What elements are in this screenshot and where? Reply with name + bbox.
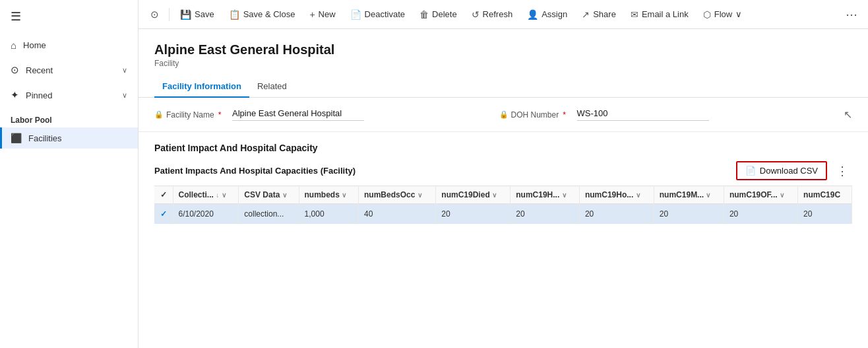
download-csv-icon: 📄 [745,166,756,176]
save-close-label: Save & Close [243,9,295,19]
filter-icon[interactable]: ∨ [780,191,784,199]
cell-numbedsOcc: 40 [358,204,435,225]
column-header-numbedsOcc[interactable]: numBedsOcc ∨ [358,186,435,204]
column-header-numbeds[interactable]: numbeds ∨ [299,186,358,204]
sidebar-item-home[interactable]: ⌂ Home [0,33,138,57]
column-header-numC19H[interactable]: numC19H... ∨ [511,186,580,204]
assign-button[interactable]: 👤 Assign [520,5,574,24]
email-icon: ✉ [631,9,638,20]
flow-label: Flow [714,9,732,19]
download-csv-button[interactable]: 📄 Download CSV [736,161,827,180]
content-area: Alpine East General Hospital Facility Fa… [139,29,868,348]
cell-numC19Died: 20 [436,204,511,225]
doh-number-value[interactable]: WS-100 [577,108,709,121]
main-content: ⊙ 💾 Save 📋 Save & Close + New 📄 Deactiva… [139,0,868,348]
share-button[interactable]: ↗ Share [575,5,623,24]
cell-numC19M: 20 [654,204,724,225]
column-header-check: ✓ [154,186,173,204]
flow-button[interactable]: ⬡ Flow ∨ [697,5,749,24]
column-header-numC19Ho[interactable]: numC19Ho... ∨ [579,186,654,204]
subgrid-more-button[interactable]: ⋮ [832,162,852,180]
delete-label: Delete [432,9,457,19]
sidebar-item-recent[interactable]: ⊙ Recent ∨ [0,57,138,83]
cell-numC19c: 20 [798,204,852,225]
cell-numC19OF: 20 [724,204,797,225]
lock-icon: 🔒 [499,110,509,119]
filter-icon[interactable]: ∨ [492,191,497,199]
assign-icon: 👤 [527,9,538,20]
sidebar-item-label: Pinned [26,90,52,100]
toolbar: ⊙ 💾 Save 📋 Save & Close + New 📄 Deactiva… [139,0,868,29]
email-link-button[interactable]: ✉ Email a Link [624,5,695,24]
filter-icon[interactable]: ∨ [342,191,346,199]
filter-icon[interactable]: ∨ [706,191,710,199]
hamburger-icon: ☰ [11,10,21,23]
sidebar-section-header: Labor Pool [0,108,138,127]
sidebar-item-facilities[interactable]: ⬛ Facilities [0,127,138,149]
home-icon: ⌂ [11,40,16,51]
assign-label: Assign [542,9,567,19]
cell-csv-data: collection... [239,204,299,225]
deactivate-button[interactable]: 📄 Deactivate [344,5,412,24]
pin-icon: ✦ [11,89,19,101]
facility-name-field: 🔒 Facility Name * Alpine East General Ho… [154,108,478,121]
sort-icon[interactable]: ↓ [216,191,219,199]
save-button[interactable]: 💾 Save [173,5,221,24]
filter-icon[interactable]: ∨ [222,191,226,199]
filter-icon[interactable]: ∨ [418,191,422,199]
column-header-csv-data[interactable]: CSV Data ∨ [239,186,299,204]
row-check[interactable]: ✓ [154,204,173,225]
required-indicator: * [563,110,566,120]
tabs-container: Facility Information Related [139,68,868,98]
toolbar-more-button[interactable]: ⋯ [840,5,863,24]
lock-icon: 🔒 [154,110,164,119]
sidebar-item-pinned[interactable]: ✦ Pinned ∨ [0,83,138,108]
filter-icon[interactable]: ∨ [636,191,640,199]
subgrid-actions: 📄 Download CSV ⋮ [736,161,852,180]
subgrid-table-title: Patient Impacts And Hospital Capacities … [154,166,356,176]
share-icon: ↗ [582,9,590,20]
facilities-icon: ⬛ [11,133,22,143]
sidebar: ☰ ⌂ Home ⊙ Recent ∨ ✦ Pinned ∨ Labor Poo… [0,0,139,348]
save-close-icon: 📋 [229,9,240,20]
refresh-label: Refresh [483,9,513,19]
table-row[interactable]: ✓ 6/10/2020 collection... 1,000 40 20 20… [154,204,852,225]
record-subtitle: Facility [154,59,852,68]
new-button[interactable]: + New [303,5,342,24]
filter-icon[interactable]: ∨ [282,191,287,199]
column-header-numC19OF[interactable]: numC19OF... ∨ [724,186,797,204]
deactivate-icon: 📄 [350,9,361,20]
hamburger-menu[interactable]: ☰ [0,0,138,33]
column-header-numC19Died[interactable]: numC19Died ∨ [436,186,511,204]
delete-button[interactable]: 🗑 Delete [413,5,464,24]
sidebar-item-label: Facilities [28,133,62,143]
flow-icon: ⬡ [703,9,711,20]
deactivate-label: Deactivate [365,9,405,19]
save-close-button[interactable]: 📋 Save & Close [222,5,302,24]
doh-number-field: 🔒 DOH Number * WS-100 [499,108,823,121]
filter-icon[interactable]: ∨ [562,191,567,199]
column-header-numC19M[interactable]: numC19M... ∨ [654,186,724,204]
download-csv-label: Download CSV [760,166,818,176]
cell-collection-date: 6/10/2020 [173,204,239,225]
column-header-numC19c[interactable]: numC19C [798,186,852,204]
data-table: ✓ Collecti... ↓ ∨ CSV Data ∨ numbeds [154,186,852,224]
refresh-button[interactable]: ↺ Refresh [465,5,520,24]
sidebar-item-label: Home [23,40,46,50]
new-icon: + [309,9,315,20]
chevron-down-icon: ∨ [122,91,127,100]
email-label: Email a Link [642,9,689,19]
tab-facility-information[interactable]: Facility Information [154,76,249,98]
column-header-collection-date[interactable]: Collecti... ↓ ∨ [173,186,239,204]
facility-name-value[interactable]: Alpine East General Hospital [232,108,364,121]
subgrid-header: Patient Impacts And Hospital Capacities … [154,161,852,180]
subgrid-section: Patient Impact And Hospital Capacity Pat… [139,132,868,234]
save-label: Save [195,9,214,19]
tab-related[interactable]: Related [249,76,295,98]
history-button[interactable]: ⊙ [144,4,165,25]
new-label: New [319,9,336,19]
form-section: 🔒 Facility Name * Alpine East General Ho… [139,98,868,132]
form-row: 🔒 Facility Name * Alpine East General Ho… [154,108,852,121]
facility-name-label: 🔒 Facility Name * [154,110,227,120]
doh-number-label: 🔒 DOH Number * [499,110,572,120]
